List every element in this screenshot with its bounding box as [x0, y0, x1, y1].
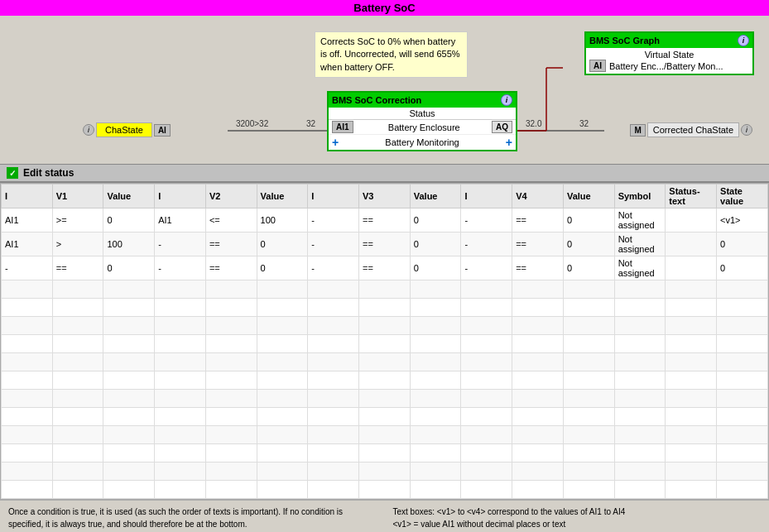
bms-correction-row2: + Battery Monitoring + — [329, 135, 516, 150]
table-cell: == — [359, 256, 411, 280]
table-row[interactable]: AI1>100-==0-==0-==0Not assigned0 — [2, 232, 768, 256]
col-i2: I — [155, 185, 206, 208]
corrected-label: Corrected ChaState — [647, 122, 739, 137]
bms-soc-graph-info-icon[interactable]: i — [738, 35, 749, 46]
table-cell-empty — [461, 299, 512, 317]
table-cell-empty — [103, 353, 155, 371]
table-cell-empty — [155, 335, 206, 353]
col-state-value: State value — [717, 185, 768, 208]
table-cell-empty — [666, 335, 717, 353]
table-cell-empty — [205, 371, 257, 390]
table-cell: Not assigned — [614, 232, 666, 256]
col-status-text: Status-text — [666, 185, 717, 208]
table-cell-empty — [52, 408, 103, 426]
table-row-empty — [2, 280, 768, 299]
chastate-ai-badge: AI — [154, 124, 171, 137]
col-symbol: Symbol — [614, 185, 666, 208]
table-cell: Not assigned — [614, 208, 666, 232]
svg-text:32: 32 — [306, 119, 316, 128]
plus-icon-left[interactable]: + — [332, 136, 339, 149]
corrected-block: M Corrected ChaState i — [630, 122, 752, 137]
svg-text:32: 32 — [579, 119, 589, 128]
table-cell-empty — [461, 335, 512, 353]
table-cell-empty — [614, 481, 666, 499]
table-cell-empty — [359, 299, 411, 317]
table-cell-empty — [614, 371, 666, 390]
table-cell: Not assigned — [614, 256, 666, 280]
table-cell-empty — [103, 463, 155, 481]
bms-correction-info-icon[interactable]: i — [501, 94, 512, 106]
table-cell: - — [461, 256, 512, 280]
table-cell-empty — [2, 280, 53, 299]
table-cell-empty — [205, 481, 257, 499]
table-cell-empty — [614, 426, 666, 444]
table-cell-empty — [512, 371, 564, 390]
table-row[interactable]: AI1>=0AI1<=100-==0-==0Not assigned<v1> — [2, 208, 768, 232]
table-cell-empty — [257, 426, 308, 444]
table-cell-empty — [563, 335, 614, 353]
table-cell-empty — [614, 335, 666, 353]
table-body: AI1>=0AI1<=100-==0-==0Not assigned<v1>AI… — [2, 208, 768, 499]
table-cell-empty — [410, 463, 461, 481]
table-cell-empty — [359, 390, 411, 408]
table-cell-empty — [155, 426, 206, 444]
table-cell: - — [308, 232, 359, 256]
table-cell-empty — [52, 317, 103, 335]
m-badge: M — [630, 124, 645, 137]
table-cell-empty — [2, 299, 53, 317]
table-cell-empty — [359, 317, 411, 335]
table-cell-empty — [308, 353, 359, 371]
table-cell-empty — [512, 299, 564, 317]
plus-icon-right[interactable]: + — [506, 136, 512, 149]
table-cell: - — [308, 208, 359, 232]
table-cell-empty — [717, 481, 768, 499]
table-cell: <= — [205, 208, 257, 232]
col-val4: Value — [563, 185, 614, 208]
table-cell: 0 — [563, 256, 614, 280]
diagram-area: Battery SoC 3200>32 32 32.0 32 Corrects … — [0, 0, 769, 164]
table-cell-empty — [205, 335, 257, 353]
table-row-empty — [2, 444, 768, 463]
table-cell-empty — [410, 335, 461, 353]
table-cell: <v1> — [717, 208, 768, 232]
chastate-label: ChaState — [96, 122, 152, 137]
table-cell-empty — [359, 353, 411, 371]
table-cell: 0 — [410, 256, 461, 280]
table-cell: - — [308, 256, 359, 280]
chastate-block: i ChaState AI — [83, 122, 171, 137]
table-cell: - — [155, 256, 206, 280]
table-cell-empty — [205, 408, 257, 426]
table-cell-empty — [410, 299, 461, 317]
table-cell-empty — [2, 444, 53, 463]
table-cell-empty — [666, 426, 717, 444]
table-cell-empty — [2, 317, 53, 335]
table-cell-empty — [461, 444, 512, 463]
table-cell-empty — [359, 371, 411, 390]
chastate-info-icon[interactable]: i — [83, 124, 94, 136]
table-cell: AI1 — [2, 208, 53, 232]
table-cell-empty — [308, 317, 359, 335]
table-cell: > — [52, 232, 103, 256]
table-cell-empty — [308, 463, 359, 481]
table-cell-empty — [512, 408, 564, 426]
table-row[interactable]: -==0-==0-==0-==0Not assigned0 — [2, 256, 768, 280]
table-cell-empty — [308, 444, 359, 463]
table-cell-empty — [308, 280, 359, 299]
table-cell-empty — [461, 390, 512, 408]
table-cell-empty — [512, 280, 564, 299]
table-cell-empty — [563, 408, 614, 426]
table-cell-empty — [155, 481, 206, 499]
table-cell-empty — [410, 353, 461, 371]
bms-graph-path: Battery Enc.../Battery Mon... — [609, 61, 723, 71]
table-cell-empty — [461, 280, 512, 299]
table-cell-empty — [512, 335, 564, 353]
table-cell-empty — [205, 317, 257, 335]
corrected-info-icon[interactable]: i — [741, 124, 752, 136]
table-cell: - — [155, 232, 206, 256]
table-cell-empty — [2, 408, 53, 426]
table-cell: 0 — [563, 232, 614, 256]
table-cell-empty — [461, 353, 512, 371]
table-cell-empty — [614, 390, 666, 408]
table-cell: - — [461, 232, 512, 256]
table-cell-empty — [410, 408, 461, 426]
